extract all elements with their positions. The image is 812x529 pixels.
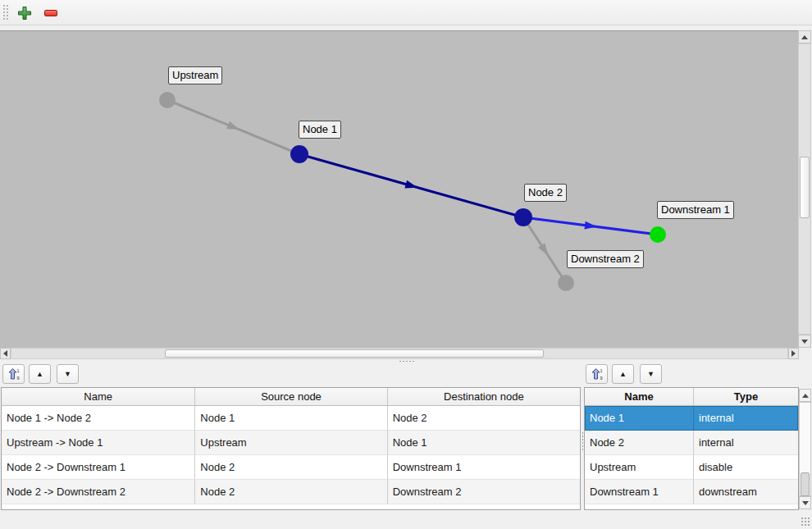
toolbar-grip[interactable] [2, 4, 10, 21]
down-arrow-icon: ▼ [647, 371, 655, 378]
table-cell[interactable]: Node 1 -> Node 2 [2, 406, 195, 431]
column-header-name[interactable]: Name [2, 388, 195, 405]
sort-nodes-button[interactable]: 1 9 [586, 364, 608, 384]
up-arrow-icon [801, 35, 808, 39]
node-circle[interactable] [159, 92, 176, 108]
table-cell[interactable]: internal [694, 406, 798, 431]
table-cell[interactable]: Node 1 [585, 406, 694, 431]
graph-canvas[interactable]: UpstreamNode 1Node 2Downstream 1Downstre… [0, 30, 798, 349]
table-cell[interactable]: Downstream 2 [388, 480, 580, 504]
canvas-horizontal-scrollbar[interactable] [11, 348, 788, 359]
table-row[interactable]: Node 1 -> Node 2 Node 1 Node 2 [2, 406, 580, 431]
table-cell[interactable]: Node 2 -> Downstream 1 [2, 455, 195, 480]
scroll-up-button[interactable] [798, 30, 811, 43]
column-header-type[interactable]: Type [694, 388, 798, 405]
table-cell[interactable]: Node 1 [195, 406, 387, 431]
column-header-destination-node[interactable]: Destination node [388, 388, 580, 405]
plus-icon [17, 6, 32, 21]
table-cell[interactable]: Node 2 [388, 406, 580, 431]
table-row[interactable]: Node 2 -> Downstream 2 Node 2 Downstream… [2, 480, 580, 504]
scroll-left-button[interactable] [0, 348, 11, 359]
window-resize-grip[interactable] [801, 517, 810, 527]
scroll-down-button[interactable] [799, 496, 811, 509]
table-cell[interactable]: Node 1 [388, 431, 580, 455]
table-cell[interactable]: Downstream 1 [388, 455, 580, 480]
column-header-source-node[interactable]: Source node [195, 388, 387, 405]
down-arrow-icon [802, 501, 809, 505]
nodes-table-header: Name Type [585, 388, 798, 406]
canvas-vertical-scrollbar[interactable] [798, 43, 811, 335]
up-arrow-icon [802, 394, 809, 398]
table-cell[interactable]: downstream [694, 480, 798, 504]
node-label[interactable]: Upstream [168, 66, 222, 84]
splitter-grip [399, 360, 415, 363]
table-row[interactable]: Upstream disable [585, 455, 798, 480]
table-cell[interactable]: Upstream -> Node 1 [2, 431, 195, 455]
node-label[interactable]: Node 1 [299, 121, 341, 139]
scroll-down-button[interactable] [798, 335, 811, 348]
svg-text:1: 1 [600, 368, 602, 373]
table-cell[interactable]: Upstream [195, 431, 387, 455]
table-cell[interactable]: disable [694, 455, 798, 480]
column-header-name[interactable]: Name [585, 388, 694, 405]
svg-text:9: 9 [16, 376, 19, 381]
edges-table: Name Source node Destination node Node 1… [1, 387, 581, 510]
nodes-table-vertical-scrollbar[interactable] [799, 402, 811, 496]
table-cell[interactable]: Upstream [585, 455, 694, 480]
table-row[interactable]: Node 2 internal [585, 431, 798, 455]
edge-arrow-icon [226, 121, 241, 134]
vertical-scrollbar-thumb[interactable] [800, 157, 810, 218]
graph-edges-layer [0, 31, 798, 349]
node-circle[interactable] [558, 275, 574, 291]
nodes-table: Name Type Node 1 internal Node 2 interna… [584, 387, 799, 510]
network-editor-window: UpstreamNode 1Node 2Downstream 1Downstre… [0, 0, 812, 529]
table-row-selected[interactable]: Node 1 internal [585, 406, 798, 431]
sort-edges-button[interactable]: 1 9 [2, 364, 25, 384]
node-circle[interactable] [290, 145, 308, 163]
table-row[interactable]: Node 2 -> Downstream 1 Node 2 Downstream… [2, 455, 580, 480]
horizontal-scrollbar-thumb[interactable] [165, 349, 544, 358]
up-arrow-icon: ▲ [619, 371, 627, 378]
remove-node-button[interactable] [42, 4, 60, 22]
table-cell[interactable]: Node 2 -> Downstream 2 [2, 480, 195, 504]
node-label[interactable]: Downstream 1 [657, 201, 734, 219]
down-arrow-icon [801, 340, 808, 344]
edges-table-header: Name Source node Destination node [2, 388, 580, 406]
table-cell[interactable]: internal [694, 431, 798, 455]
move-edge-up-button[interactable]: ▲ [29, 364, 51, 384]
table-cell[interactable]: Downstream 1 [585, 480, 694, 504]
down-arrow-icon: ▼ [64, 371, 71, 378]
add-node-button[interactable] [16, 4, 34, 22]
move-node-up-button[interactable]: ▲ [612, 364, 634, 384]
horizontal-pane-splitter[interactable] [0, 359, 812, 364]
node-circle[interactable] [514, 208, 532, 226]
scroll-up-button[interactable] [799, 389, 811, 402]
sort-ascending-icon: 1 9 [7, 367, 21, 381]
left-arrow-icon [3, 350, 7, 357]
edge-arrow-icon [404, 180, 418, 192]
sort-ascending-icon: 1 9 [591, 367, 604, 381]
table-cell[interactable]: Node 2 [195, 455, 387, 480]
table-cell[interactable]: Node 2 [585, 431, 694, 455]
move-edge-down-button[interactable]: ▼ [57, 364, 79, 384]
scroll-right-button[interactable] [788, 348, 799, 359]
main-toolbar [0, 0, 812, 25]
svg-text:9: 9 [600, 376, 602, 381]
graph-view: UpstreamNode 1Node 2Downstream 1Downstre… [0, 30, 812, 359]
node-circle[interactable] [650, 226, 666, 243]
vertical-scrollbar-thumb[interactable] [801, 472, 810, 496]
table-row[interactable]: Downstream 1 downstream [585, 480, 798, 504]
minus-icon [43, 6, 58, 21]
table-cell[interactable]: Node 2 [195, 480, 387, 504]
node-label[interactable]: Node 2 [524, 184, 567, 202]
move-node-down-button[interactable]: ▼ [640, 364, 662, 384]
up-arrow-icon: ▲ [36, 371, 43, 378]
scrollbar-corner [799, 348, 812, 359]
node-label[interactable]: Downstream 2 [567, 250, 644, 268]
svg-text:1: 1 [16, 368, 19, 373]
table-row[interactable]: Upstream -> Node 1 Upstream Node 1 [2, 431, 580, 455]
right-arrow-icon [791, 350, 796, 357]
